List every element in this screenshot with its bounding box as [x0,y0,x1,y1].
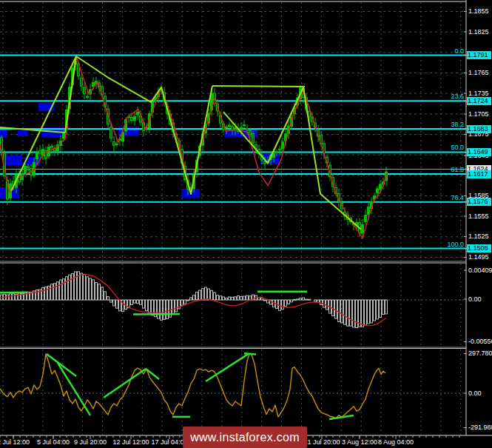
macd-panel[interactable] [0,264,466,347]
watermark: www.instaforex.com [183,427,307,448]
price-axis[interactable] [466,0,492,435]
oscillator-panel[interactable] [0,349,466,435]
main-chart-panel[interactable] [0,2,466,261]
trading-chart-window: 1.18551.18251.17651.17351.17051.16751.16… [0,0,492,448]
